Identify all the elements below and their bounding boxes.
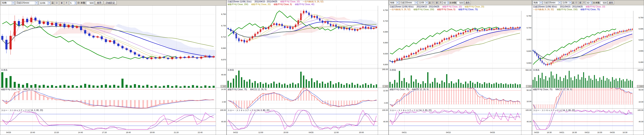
spinner-arrows-icon[interactable]: ▲▼ [447, 1, 449, 4]
bar-week-button[interactable]: 週 [578, 1, 582, 4]
volume-section: 出来高 × 100 265.00 [227, 68, 388, 88]
price-axis: 9,7509,7009,6509,6009,550 [521, 11, 532, 68]
stochastics-chart-canvas[interactable] [389, 109, 521, 130]
symbol-select[interactable]: 日経225mini ▼ [16, 1, 38, 5]
chevron-down-icon[interactable]: ▼ [35, 1, 38, 5]
chevron-down-icon[interactable]: ▼ [396, 1, 399, 4]
chevron-down-icon[interactable]: ▼ [48, 1, 50, 5]
stochastics-chart-canvas[interactable] [532, 109, 633, 130]
axis-tick-label: 9,630 [383, 53, 388, 55]
instrument-category-select[interactable]: 先物 ▼ [1, 1, 15, 5]
contract-month-select[interactable]: 11/06 ▼ [39, 1, 51, 5]
contract-month-select[interactable]: 11/06 ▼ [418, 1, 428, 4]
time-axis-label: 12:00 [258, 132, 263, 134]
stochastics-chart-canvas[interactable] [0, 109, 216, 130]
volume-chart-canvas[interactable] [389, 68, 521, 88]
bar-count-input[interactable] [600, 1, 607, 4]
axis-tick-label: 9,650 [526, 38, 531, 40]
axis-tick-label: 9,660 [383, 42, 388, 44]
axis-corner [378, 131, 388, 135]
indicator-label: 移動平均( Close, 10) [280, 0, 300, 3]
axis-tick-label: 40.00 [526, 120, 531, 123]
axis-tick-label: 14.00 [221, 88, 226, 90]
price-chart-canvas[interactable] [389, 11, 521, 68]
volume-chart-canvas[interactable] [227, 68, 378, 88]
chart-workspace: 先物 ▼ 日経225mini ▼ 11/06 ▼ 足 日 週 月 5 ▲▼ 分 … [0, 0, 644, 135]
chart-title-row: 一目均衡表( 9, 26, 52)移動平均( Close, 150)移動平均( … [532, 8, 644, 11]
time-axis-label: 10:40 [30, 132, 35, 134]
bar-day-button[interactable]: 日 [431, 1, 435, 4]
axis-tick-label: -3.00 [384, 102, 388, 104]
instrument-category-select[interactable]: 先物 ▼ [533, 1, 542, 4]
price-chart-canvas[interactable] [227, 6, 378, 68]
volume-chart-canvas[interactable] [532, 68, 633, 88]
bar-day-button[interactable]: 日 [55, 1, 59, 5]
chevron-down-icon[interactable]: ▼ [558, 1, 561, 4]
bar-day-button[interactable]: 日 [575, 1, 578, 4]
time-axis-label: 04/25 [309, 132, 314, 134]
macd-axis: 55.0010.00 [633, 88, 644, 108]
symbol-select[interactable]: 日経225mini ▼ [543, 1, 561, 4]
chevron-down-icon[interactable]: ▼ [569, 1, 572, 4]
macd-axis: 14.00-2.50 [216, 88, 226, 108]
axis-tick-label: 9,690 [221, 47, 226, 49]
axis-tick-label: 9,710 [221, 36, 226, 38]
price-axis: 9,7509,7309,7109,6909,670 [216, 6, 226, 68]
price-axis: 9,7509,7209,6909,6609,6309,600 [378, 6, 388, 68]
bar-week-button[interactable]: 週 [60, 1, 64, 5]
price-chart-canvas[interactable] [0, 6, 216, 68]
settings-button[interactable]: 詳細設定 [104, 1, 117, 5]
stochastics-section-label: スロー・ストキャスティクス( 14, 3, 80, 20) [390, 109, 432, 112]
bar-count-label: 本数 [452, 1, 456, 4]
indicator-label: 移動平均( Close, 150) [228, 3, 248, 6]
apply-button[interactable]: 適用 [95, 1, 103, 5]
macd-section: 移動平均( Close, 75)MACD( 12, 26, 9) 55.0010… [532, 88, 644, 108]
minutes-stepper[interactable]: 60 ▲▼ [443, 1, 449, 4]
macd-section: 移動平均( Close, 75)MACD( 12, 26, 9) 50.0010… [389, 88, 532, 108]
indicator-label: 日経225mini 11/06( 60分) [390, 5, 414, 8]
axis-tick-label: 9,600 [526, 50, 531, 52]
volume-section-label: 出来高 [533, 68, 540, 72]
stochastics-section: スロー・ストキャスティクス( 14, 3, 80, 20) 100.0040.0… [227, 108, 388, 130]
instrument-category-select[interactable]: 先物 ▼ [389, 1, 399, 4]
bar-month-button[interactable]: 月 [582, 1, 586, 4]
apply-button[interactable]: 適用 [464, 1, 471, 4]
bar-type-label: 足 [572, 1, 574, 4]
price-chart-section: 9,7509,7009,6509,6009,550 [389, 11, 532, 68]
volume-axis: × 100 40.00 [216, 68, 226, 88]
minutes-value: 60 [444, 2, 446, 4]
chevron-down-icon[interactable]: ▼ [415, 1, 418, 4]
axis-tick-label: 50.00 [526, 89, 531, 91]
minutes-stepper[interactable]: 5 ▲▼ [69, 1, 76, 5]
time-axis-label: 17:20 [102, 132, 107, 134]
spinner-arrows-icon[interactable]: ▲▼ [590, 1, 592, 4]
bar-month-button[interactable]: 月 [439, 1, 442, 4]
bar-week-button[interactable]: 週 [435, 1, 438, 4]
spinner-arrows-icon[interactable]: ▲▼ [75, 1, 76, 5]
time-axis-label: 16:30 [572, 132, 577, 134]
price-chart-section: 9,7509,7209,6909,6609,6309,600 [227, 6, 388, 68]
macd-axis: 12.50-3.00 [378, 88, 388, 108]
stochastics-chart-canvas[interactable] [227, 109, 378, 130]
volume-axis: × 100 550.00 [521, 68, 532, 88]
chevron-down-icon[interactable]: ▼ [540, 1, 542, 4]
chevron-down-icon[interactable]: ▼ [12, 1, 14, 5]
chevron-down-icon[interactable]: ▼ [425, 1, 428, 4]
minutes-stepper[interactable]: 60 ▲▼ [586, 1, 592, 4]
minutes-unit-label: 分 [450, 1, 452, 4]
axis-corner [521, 131, 532, 135]
bar-count-input[interactable] [86, 1, 94, 5]
contract-month-select[interactable]: 11/06 ▼ [562, 1, 572, 4]
volume-chart-canvas[interactable] [0, 68, 216, 88]
apply-button[interactable]: 適用 [608, 1, 614, 4]
bar-month-button[interactable]: 月 [64, 1, 68, 5]
bar-count-input[interactable] [457, 1, 464, 4]
price-chart-canvas[interactable] [532, 11, 633, 68]
time-axis-label: 20:00 [284, 132, 288, 134]
indicator-label: 一目均衡表( 9, 26, 52) [303, 0, 324, 3]
symbol-select[interactable]: 日経225mini ▼ [400, 1, 418, 4]
axis-tick-label: 55.00 [638, 89, 643, 91]
contract-month-value: 11/06 [419, 2, 424, 4]
volume-unit-label: × 100 [526, 85, 532, 88]
macd-section-label: 移動平均( Close, 75)MACD( 12, 26, 9) [1, 88, 40, 91]
